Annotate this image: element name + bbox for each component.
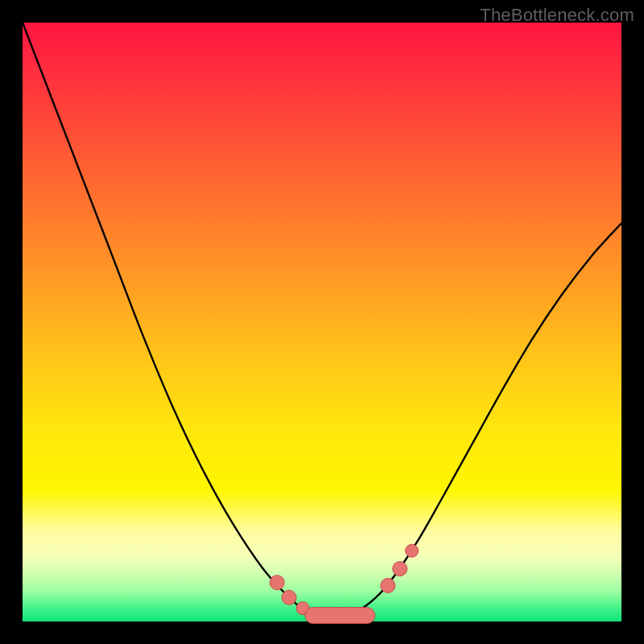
curve-marker <box>393 562 407 576</box>
watermark-text: TheBottleneck.com <box>480 5 634 26</box>
curve-marker <box>282 590 296 605</box>
curve-markers <box>270 544 418 614</box>
chart-svg <box>23 23 621 621</box>
curve-marker <box>381 578 395 592</box>
chart-frame: TheBottleneck.com <box>0 0 644 644</box>
plot-area <box>23 23 621 621</box>
curve-marker <box>406 544 419 557</box>
bottleneck-curve <box>23 23 621 616</box>
trough-bar <box>305 608 375 624</box>
curve-marker <box>270 576 284 590</box>
